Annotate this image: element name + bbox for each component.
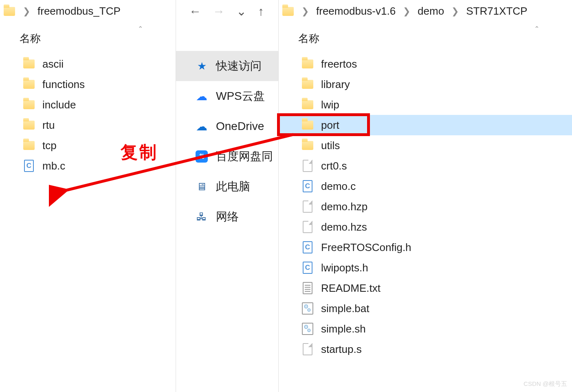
breadcrumb-segment[interactable]: STR71XTCP bbox=[466, 5, 527, 18]
tree-item[interactable]: ☁WPS云盘 bbox=[176, 81, 278, 111]
list-item[interactable]: rtu bbox=[0, 115, 176, 135]
item-label: freertos bbox=[321, 58, 357, 70]
txt-icon bbox=[301, 282, 314, 294]
cloudblue-icon: ☁ bbox=[196, 90, 208, 102]
folder-icon bbox=[301, 58, 314, 70]
blank-icon bbox=[301, 160, 314, 172]
item-label: demo.c bbox=[321, 180, 356, 193]
item-label: tcp bbox=[42, 139, 57, 152]
list-item[interactable]: Cdemo.c bbox=[279, 176, 572, 196]
blank-icon bbox=[301, 221, 314, 233]
nav-toolbar: ← → ⌄ ↑ bbox=[176, 0, 278, 22]
item-label: ascii bbox=[42, 58, 64, 70]
nav-forward-button: → bbox=[213, 4, 225, 18]
item-label: startup.s bbox=[321, 343, 362, 356]
list-item[interactable]: simple.bat bbox=[279, 298, 572, 319]
tree-item-label: OneDrive bbox=[216, 120, 264, 133]
bat-icon bbox=[301, 302, 314, 315]
tree-item[interactable]: ☁OneDrive bbox=[176, 111, 278, 141]
list-item[interactable]: README.txt bbox=[279, 278, 572, 298]
c-icon: C bbox=[301, 180, 314, 192]
watermark: CSDN @根号五 bbox=[524, 380, 567, 388]
right-pane: ❯ freemodbus-v1.6 ❯ demo ❯ STR71XTCP 名称 … bbox=[279, 0, 572, 392]
item-label: mb.c bbox=[42, 160, 65, 172]
tree-item[interactable]: ⇅百度网盘同 bbox=[176, 141, 278, 172]
list-item[interactable]: crt0.s bbox=[279, 156, 572, 176]
tree-item-label: 此电脑 bbox=[216, 179, 250, 194]
left-pane: ❯ freemodbus_TCP 名称 ⌃ asciifunctionsincl… bbox=[0, 0, 176, 392]
pc-icon: 🖥 bbox=[196, 181, 208, 193]
breadcrumb-segment[interactable]: freemodbus-v1.6 bbox=[316, 5, 396, 18]
c-icon: C bbox=[301, 241, 314, 253]
net-icon: 🖧 bbox=[196, 211, 208, 223]
list-item[interactable]: functions bbox=[0, 74, 176, 95]
tree-item[interactable]: 🖧网络 bbox=[176, 202, 278, 232]
item-label: simple.sh bbox=[321, 323, 366, 335]
item-label: library bbox=[321, 78, 350, 91]
folder-icon bbox=[301, 139, 314, 152]
breadcrumb-segment[interactable]: demo bbox=[418, 5, 444, 18]
nav-up-button[interactable]: ↑ bbox=[258, 4, 264, 18]
list-item[interactable]: startup.s bbox=[279, 339, 572, 359]
list-item[interactable]: simple.sh bbox=[279, 319, 572, 339]
bat-icon bbox=[301, 323, 314, 335]
item-label: functions bbox=[42, 78, 85, 91]
folder-icon bbox=[23, 99, 35, 111]
item-label: include bbox=[42, 99, 76, 111]
tree-item-label: WPS云盘 bbox=[216, 88, 265, 104]
folder-icon bbox=[282, 5, 294, 18]
list-item[interactable]: demo.hzp bbox=[279, 196, 572, 217]
tree-item-label: 网络 bbox=[216, 209, 239, 225]
sort-caret-icon[interactable]: ⌃ bbox=[138, 25, 143, 33]
folder-icon bbox=[23, 119, 35, 131]
sort-caret-icon[interactable]: ⌃ bbox=[534, 25, 539, 33]
chevron-right-icon: ❯ bbox=[401, 6, 412, 17]
folder-icon bbox=[301, 119, 314, 131]
list-item[interactable]: CFreeRTOSConfig.h bbox=[279, 237, 572, 258]
list-item[interactable]: ascii bbox=[0, 54, 176, 74]
item-label: utils bbox=[321, 139, 340, 152]
annotation-copy-label: 复制 bbox=[121, 141, 158, 164]
tree-item[interactable]: ★快速访问 bbox=[176, 51, 278, 81]
middle-pane: ← → ⌄ ↑ ★快速访问☁WPS云盘☁OneDrive⇅百度网盘同🖥此电脑🖧网… bbox=[176, 0, 279, 392]
chevron-right-icon: ❯ bbox=[21, 6, 32, 17]
tree-nav: ★快速访问☁WPS云盘☁OneDrive⇅百度网盘同🖥此电脑🖧网络 bbox=[176, 22, 278, 232]
list-item[interactable]: port bbox=[279, 115, 572, 135]
breadcrumb-right[interactable]: ❯ freemodbus-v1.6 ❯ demo ❯ STR71XTCP bbox=[279, 0, 572, 22]
onedrive-icon: ☁ bbox=[196, 120, 208, 132]
folder-icon bbox=[23, 58, 35, 70]
tree-item[interactable]: 🖥此电脑 bbox=[176, 172, 278, 202]
nav-back-button[interactable]: ← bbox=[189, 4, 201, 18]
file-list-right: freertoslibrarylwipportutilscrt0.sCdemo.… bbox=[279, 50, 572, 359]
tree-item-label: 快速访问 bbox=[216, 58, 262, 74]
item-label: rtu bbox=[42, 119, 55, 132]
folder-icon bbox=[301, 78, 314, 90]
baidu-icon: ⇅ bbox=[196, 150, 208, 163]
c-icon: C bbox=[301, 262, 314, 274]
item-label: simple.bat bbox=[321, 302, 370, 315]
c-icon: C bbox=[23, 160, 35, 172]
item-label: lwipopts.h bbox=[321, 262, 368, 274]
column-header-name[interactable]: 名称 ⌃ bbox=[0, 22, 176, 50]
breadcrumb-left[interactable]: ❯ freemodbus_TCP bbox=[0, 0, 176, 22]
list-item[interactable]: utils bbox=[279, 135, 572, 156]
column-header-label: 名称 bbox=[20, 32, 41, 44]
nav-recent-button[interactable]: ⌄ bbox=[236, 4, 246, 18]
list-item[interactable]: include bbox=[0, 95, 176, 115]
blank-icon bbox=[301, 343, 314, 355]
chevron-right-icon: ❯ bbox=[450, 6, 460, 17]
item-label: demo.hzp bbox=[321, 200, 367, 213]
list-item[interactable]: lwip bbox=[279, 95, 572, 115]
list-item[interactable]: Clwipopts.h bbox=[279, 258, 572, 278]
list-item[interactable]: demo.hzs bbox=[279, 217, 572, 237]
item-label: lwip bbox=[321, 99, 339, 111]
list-item[interactable]: library bbox=[279, 74, 572, 95]
column-header-label: 名称 bbox=[298, 32, 319, 44]
breadcrumb-segment[interactable]: freemodbus_TCP bbox=[37, 5, 121, 18]
list-item[interactable]: freertos bbox=[279, 54, 572, 74]
item-label: FreeRTOSConfig.h bbox=[321, 241, 411, 254]
folder-icon bbox=[23, 139, 35, 152]
item-label: port bbox=[321, 119, 339, 132]
column-header-name[interactable]: 名称 ⌃ bbox=[279, 22, 572, 50]
folder-icon bbox=[301, 99, 314, 111]
